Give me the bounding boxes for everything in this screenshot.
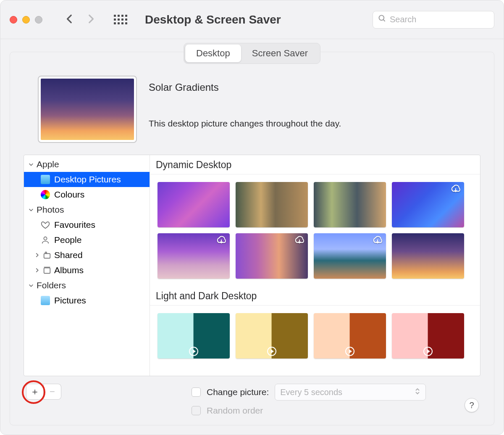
change-picture-row: Change picture: Every 5 seconds [192,384,426,401]
sidebar-item-pictures[interactable]: Pictures [24,293,150,308]
wallpaper-browser: Apple Desktop Pictures Colours Photos [24,155,480,376]
main-panel: Desktop Screen Saver Solar Gradients Thi… [10,52,494,425]
sidebar-item-label: Favourites [54,220,95,230]
section-dynamic-desktop: Dynamic Desktop [150,155,480,174]
wallpaper-thumb[interactable] [314,233,386,279]
chevron-down-icon [28,282,34,288]
zoom-window-button[interactable] [35,16,42,24]
sidebar-group-folders[interactable]: Folders [24,278,150,293]
download-icon [215,236,227,245]
add-remove-buttons: ＋ − [26,384,61,400]
window-controls [10,16,42,24]
wallpaper-grid-area[interactable]: Dynamic Desktop [150,155,480,376]
sidebar-item-favourites[interactable]: Favourites [24,217,150,232]
dynamic-badge-icon [267,347,276,356]
random-order-row: Random order [192,406,426,416]
wallpaper-thumb[interactable] [314,182,386,227]
sidebar-item-label: Albums [54,265,84,275]
remove-folder-button[interactable]: − [44,384,61,400]
shared-icon [42,250,52,260]
svg-rect-5 [44,268,50,274]
stepper-icon [415,388,420,397]
dynamic-grid [150,174,480,286]
svg-point-0 [379,16,384,21]
wallpaper-thumb[interactable] [392,182,464,227]
search-icon [378,14,386,25]
wallpaper-thumb[interactable] [158,233,230,279]
sidebar-item-label: Desktop Pictures [54,174,121,185]
dynamic-badge-icon [345,347,354,356]
source-sidebar: Apple Desktop Pictures Colours Photos [24,155,150,376]
wallpaper-description: This desktop picture changes throughout … [149,119,341,129]
window-title: Desktop & Screen Saver [145,13,281,26]
dynamic-badge-icon [423,347,433,356]
download-icon [294,236,305,245]
heart-icon [41,220,50,229]
wallpaper-thumb[interactable] [314,313,386,359]
show-all-icon[interactable] [114,15,127,24]
sidebar-item-shared[interactable]: Shared [24,248,150,263]
wallpaper-info: Solar Gradients This desktop picture cha… [149,76,341,143]
sidebar-item-people[interactable]: People [24,232,150,248]
forward-button[interactable] [85,13,96,26]
chevron-down-icon [28,161,34,167]
sidebar-group-label: Folders [37,280,66,290]
wallpaper-thumb[interactable] [236,182,308,227]
minimize-window-button[interactable] [22,16,30,24]
search-field[interactable] [373,11,494,29]
sidebar-item-label: Colours [54,190,84,200]
lightdark-grid [150,306,480,366]
sidebar-group-photos[interactable]: Photos [24,202,150,217]
chevron-down-icon [28,207,34,213]
titlebar: Desktop & Screen Saver [0,0,504,39]
back-button[interactable] [64,13,75,26]
svg-point-4 [45,252,47,254]
sidebar-item-label: Shared [54,250,83,260]
download-icon [372,236,383,245]
folder-icon [41,175,50,184]
rotation-options: Change picture: Every 5 seconds Random o… [192,384,426,416]
wallpaper-thumb[interactable] [236,313,308,359]
sidebar-item-label: Pictures [54,295,86,306]
sidebar-item-albums[interactable]: Albums [24,263,150,278]
albums-icon [42,266,52,275]
tab-desktop[interactable]: Desktop [185,45,241,62]
preferences-window: Desktop & Screen Saver Desktop Screen Sa… [0,0,504,435]
wallpaper-thumb[interactable] [236,233,308,279]
sidebar-item-colours[interactable]: Colours [24,187,150,202]
add-folder-button[interactable]: ＋ [26,384,44,400]
sidebar-item-label: People [54,235,81,245]
sidebar-group-label: Apple [37,159,59,169]
select-value: Every 5 seconds [280,388,342,397]
help-button[interactable]: ? [465,398,479,412]
nav-arrows [64,13,96,26]
wallpaper-thumb[interactable] [158,313,230,359]
colours-icon [41,190,50,199]
chevron-right-icon [34,267,40,273]
tab-selector: Desktop Screen Saver [184,43,320,64]
wallpaper-thumb[interactable] [392,313,464,359]
change-picture-checkbox[interactable] [192,388,201,397]
change-interval-select[interactable]: Every 5 seconds [275,384,426,401]
chevron-right-icon [34,252,40,258]
search-input[interactable] [390,15,489,24]
random-order-label: Random order [207,406,263,416]
current-wallpaper-row: Solar Gradients This desktop picture cha… [24,76,480,143]
content-area: Desktop Screen Saver Solar Gradients Thi… [0,39,504,435]
wallpaper-thumbnail [41,79,134,140]
random-order-checkbox [192,406,201,415]
wallpaper-name: Solar Gradients [149,82,341,93]
download-icon [450,185,462,194]
wallpaper-thumb[interactable] [392,233,464,279]
svg-line-1 [383,20,385,21]
tab-screen-saver[interactable]: Screen Saver [241,45,319,62]
sidebar-item-desktop-pictures[interactable]: Desktop Pictures [24,172,150,187]
change-picture-label: Change picture: [207,387,269,397]
pictures-folder-icon [41,296,50,305]
close-window-button[interactable] [10,16,17,24]
section-light-dark: Light and Dark Desktop [150,286,480,306]
svg-point-2 [44,237,47,240]
svg-rect-3 [44,253,50,258]
wallpaper-thumb[interactable] [158,182,230,227]
sidebar-group-apple[interactable]: Apple [24,157,150,172]
